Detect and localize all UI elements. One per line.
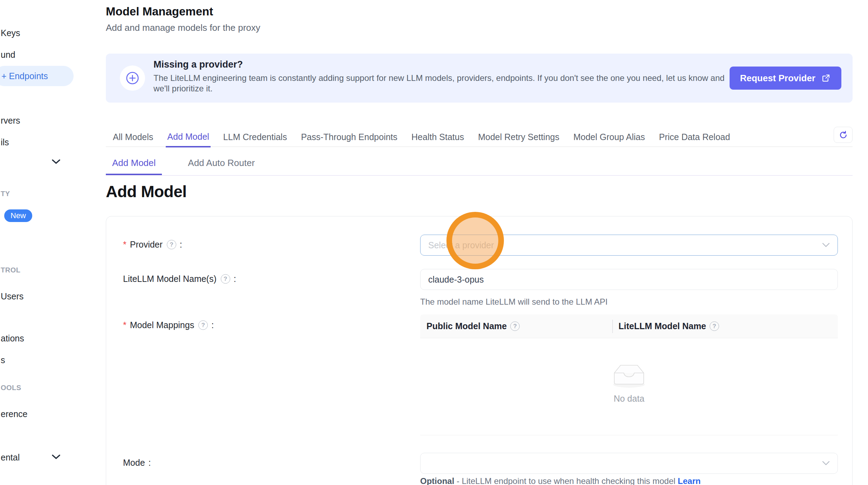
chevron-down-icon xyxy=(822,461,830,466)
column-header-litellm-model-name: LiteLLM Model Name ? xyxy=(612,321,719,331)
add-model-heading: Add Model xyxy=(106,182,187,201)
sidebar-item-playground[interactable]: und xyxy=(0,50,15,60)
tab-all-models[interactable]: All Models xyxy=(111,132,155,147)
sidebar-section-observability: TY xyxy=(0,190,10,198)
mode-label: Mode : xyxy=(123,458,151,468)
banner-text: Missing a provider? The LiteLLM engineer… xyxy=(153,59,725,94)
model-mappings-table: Public Model Name ? LiteLLM Model Name ? xyxy=(420,314,838,435)
model-tabs: All Models Add Model LLM Credentials Pas… xyxy=(106,127,853,147)
sidebar-item-api-reference[interactable]: erence xyxy=(0,409,27,419)
help-icon[interactable]: ? xyxy=(198,320,208,330)
empty-state: No data xyxy=(420,338,838,435)
mode-helper-optional: Optional xyxy=(420,476,454,485)
subtab-add-model[interactable]: Add Model xyxy=(106,155,162,175)
sidebar-item-organizations[interactable]: ations xyxy=(0,333,24,344)
refresh-button[interactable] xyxy=(834,127,853,143)
add-model-form-card: * Provider ? : Select a provider LiteLLM… xyxy=(106,216,853,485)
model-name-input[interactable]: claude-3-opus xyxy=(420,269,838,290)
tab-add-model[interactable]: Add Model xyxy=(166,132,211,147)
subtab-add-auto-router[interactable]: Add Auto Router xyxy=(182,155,261,175)
request-provider-label: Request Provider xyxy=(740,73,815,84)
table-header: Public Model Name ? LiteLLM Model Name ? xyxy=(420,314,838,338)
plus-circle-icon xyxy=(120,65,145,91)
required-marker: * xyxy=(123,320,127,330)
sidebar-item-models-endpoints[interactable]: + Endpoints xyxy=(0,66,74,86)
header-divider xyxy=(612,320,613,333)
chevron-down-icon[interactable] xyxy=(52,159,60,164)
tab-health-status[interactable]: Health Status xyxy=(410,132,465,147)
provider-select[interactable]: Select a provider xyxy=(420,235,838,256)
help-icon[interactable]: ? xyxy=(167,240,176,249)
model-name-value: claude-3-opus xyxy=(428,275,484,285)
sidebar-item-teams[interactable]: s xyxy=(0,355,5,365)
sidebar-item-label: + Endpoints xyxy=(0,71,48,81)
column-header-public-model-name: Public Model Name ? xyxy=(420,321,612,331)
provider-label: * Provider ? : xyxy=(123,240,182,250)
mode-select[interactable] xyxy=(420,453,838,474)
page-subtitle: Add and manage models for the proxy xyxy=(106,22,260,33)
banner-body-line2: we'll prioritize it. xyxy=(153,83,725,94)
help-icon[interactable]: ? xyxy=(710,321,719,331)
sidebar-section-access-control: TROL xyxy=(0,266,20,274)
sidebar-item-servers[interactable]: rvers xyxy=(0,116,20,126)
refresh-icon xyxy=(839,130,848,140)
empty-inbox-icon xyxy=(610,361,648,389)
sidebar-section-tools: OOLS xyxy=(0,384,21,392)
tab-price-data-reload[interactable]: Price Data Reload xyxy=(657,132,731,147)
mode-helper: Optional - LiteLLM endpoint to use when … xyxy=(420,476,838,485)
request-provider-button[interactable]: Request Provider xyxy=(730,67,841,90)
sidebar: Keys und + Endpoints rvers ils TY New TR… xyxy=(0,0,81,485)
sidebar-item-users[interactable]: Users xyxy=(0,291,23,302)
tab-model-group-alias[interactable]: Model Group Alias xyxy=(572,132,646,147)
banner-body-line1: The LiteLLM engineering team is constant… xyxy=(153,73,725,83)
new-badge: New xyxy=(4,209,32,222)
tab-model-retry-settings[interactable]: Model Retry Settings xyxy=(477,132,561,147)
chevron-down-icon[interactable] xyxy=(52,455,60,459)
app-root: Keys und + Endpoints rvers ils TY New TR… xyxy=(0,0,868,485)
no-data-text: No data xyxy=(614,394,644,404)
chevron-down-icon xyxy=(822,243,830,248)
help-icon[interactable]: ? xyxy=(221,274,230,284)
banner-title: Missing a provider? xyxy=(153,59,725,70)
add-model-subtabs: Add Model Add Auto Router xyxy=(106,155,853,176)
provider-placeholder: Select a provider xyxy=(428,240,494,250)
help-icon[interactable]: ? xyxy=(510,321,520,331)
sidebar-item-keys[interactable]: Keys xyxy=(0,28,20,38)
model-name-helper: The model name LiteLLM will send to the … xyxy=(420,297,838,307)
model-mappings-label: * Model Mappings ? : xyxy=(123,320,214,330)
tab-pass-through-endpoints[interactable]: Pass-Through Endpoints xyxy=(300,132,399,147)
external-link-icon xyxy=(821,73,831,83)
main-content: Model Management Add and manage models f… xyxy=(106,0,853,485)
sidebar-item-experimental[interactable]: ental xyxy=(0,452,20,463)
missing-provider-banner: Missing a provider? The LiteLLM engineer… xyxy=(106,54,853,103)
page-title: Model Management xyxy=(106,5,213,18)
required-marker: * xyxy=(123,240,127,250)
learn-more-link[interactable]: Learn xyxy=(678,476,700,485)
tab-llm-credentials[interactable]: LLM Credentials xyxy=(222,132,288,147)
model-name-label: LiteLLM Model Name(s) ? : xyxy=(123,274,236,284)
sidebar-item-guardrails[interactable]: ils xyxy=(0,137,9,147)
